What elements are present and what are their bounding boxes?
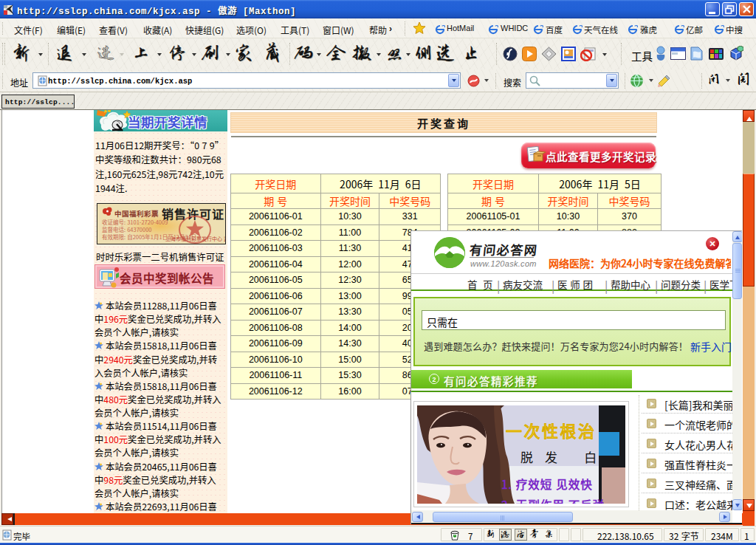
svg-text:一次性根治: 一次性根治 bbox=[506, 418, 597, 442]
svg-text:2. 无副作用 不反弹: 2. 无副作用 不反弹 bbox=[501, 496, 605, 504]
svg-text:脱发 白: 脱发 白 bbox=[520, 448, 608, 466]
svg-text:1. 疗效短 见效快: 1. 疗效短 见效快 bbox=[501, 476, 593, 492]
